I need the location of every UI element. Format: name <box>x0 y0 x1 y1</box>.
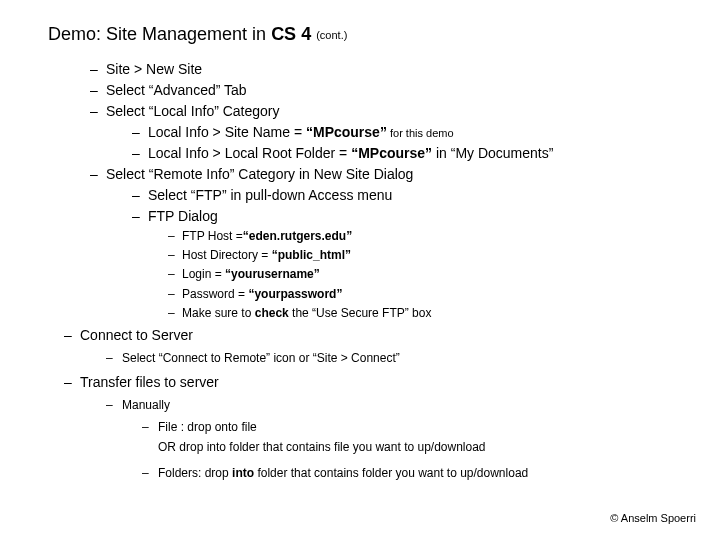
item-site-new: –Site > New Site <box>90 59 696 80</box>
title-bold: CS 4 <box>271 24 311 44</box>
ftp-host: –FTP Host =“eden.rutgers.edu” <box>168 227 696 246</box>
item-transfer: –Transfer files to server <box>64 370 696 395</box>
ftp-secure: –Make sure to check the “Use Secure FTP”… <box>168 304 696 323</box>
item-remote-info: –Select “Remote Info” Category in New Si… <box>90 164 696 185</box>
item-file-drop-or: OR drop into folder that contains file y… <box>158 437 696 457</box>
item-local-info: –Select “Local Info” Category <box>90 101 696 122</box>
ftp-hostdir: –Host Directory = “public_html” <box>168 246 696 265</box>
title-prefix: Demo: Site Management in <box>48 24 271 44</box>
ftp-password: –Password = “yourpassword” <box>168 285 696 304</box>
item-connect-sub: –Select “Connect to Remote” icon or “Sit… <box>106 348 696 370</box>
item-advanced-tab: –Select “Advanced” Tab <box>90 80 696 101</box>
copyright: © Anselm Spoerri <box>610 512 696 524</box>
item-ftp-access: –Select “FTP” in pull-down Access menu <box>132 185 696 206</box>
item-folders-drop: –Folders: drop into folder that contains… <box>142 463 696 483</box>
item-ftp-dialog: –FTP Dialog <box>132 206 696 227</box>
ftp-login: –Login = “yourusername” <box>168 265 696 284</box>
item-manually: –Manually <box>106 395 696 417</box>
item-site-name: –Local Info > Site Name = “MPcourse” for… <box>132 122 696 143</box>
slide-title: Demo: Site Management in CS 4 (cont.) <box>48 24 696 45</box>
title-cont: (cont.) <box>316 29 347 41</box>
item-root-folder: –Local Info > Local Root Folder = “MPcou… <box>132 143 696 164</box>
item-connect: –Connect to Server <box>64 323 696 348</box>
item-file-drop: –File : drop onto file <box>142 417 696 437</box>
